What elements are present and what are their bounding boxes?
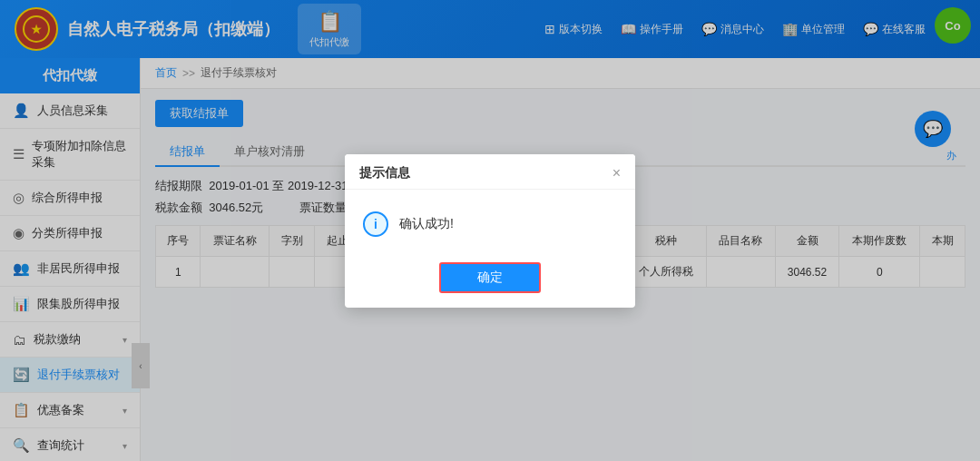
modal-header: 提示信息 × [345, 154, 635, 190]
modal-footer: 确定 [345, 251, 635, 308]
modal-close-button[interactable]: × [612, 165, 621, 181]
modal-body: i 确认成功! [345, 190, 635, 251]
modal-message: 确认成功! [399, 216, 454, 232]
modal-info-icon: i [363, 211, 388, 237]
modal-confirm-button[interactable]: 确定 [439, 262, 541, 293]
modal-overlay: 提示信息 × i 确认成功! 确定 [0, 0, 980, 461]
modal-title: 提示信息 [359, 165, 410, 181]
info-icon-text: i [374, 217, 377, 231]
modal-box: 提示信息 × i 确认成功! 确定 [345, 154, 635, 308]
